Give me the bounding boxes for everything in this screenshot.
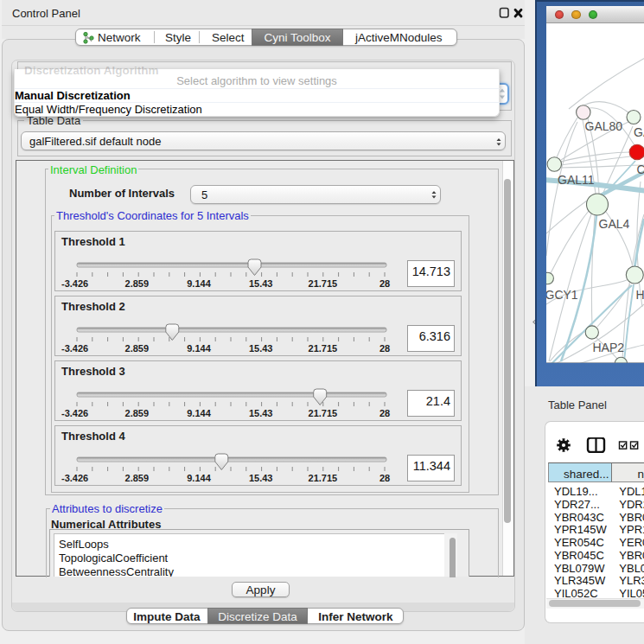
svg-text:C: C bbox=[637, 163, 644, 176]
svg-text:GCY1: GCY1 bbox=[546, 288, 578, 302]
svg-text:GAL11: GAL11 bbox=[558, 173, 595, 187]
svg-text:GAL: GAL bbox=[634, 125, 644, 139]
svg-text:GAL4: GAL4 bbox=[599, 217, 630, 231]
svg-text:HAP2: HAP2 bbox=[593, 341, 625, 354]
svg-text:GAL80: GAL80 bbox=[585, 119, 623, 133]
svg-text:H: H bbox=[636, 288, 644, 302]
